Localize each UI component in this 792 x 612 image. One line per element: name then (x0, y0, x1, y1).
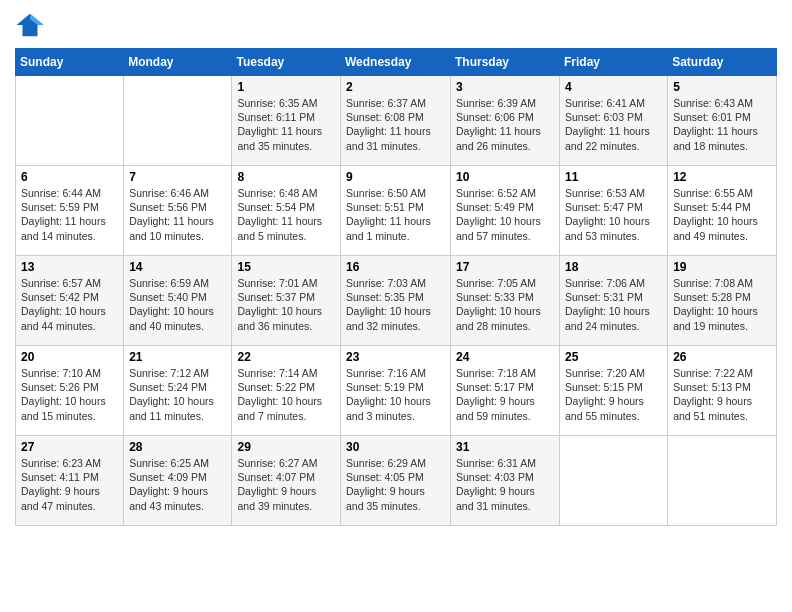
calendar-cell: 7Sunrise: 6:46 AMSunset: 5:56 PMDaylight… (124, 166, 232, 256)
day-number: 8 (237, 170, 335, 184)
day-info: Sunrise: 7:10 AMSunset: 5:26 PMDaylight:… (21, 366, 118, 423)
day-number: 12 (673, 170, 771, 184)
calendar-cell: 18Sunrise: 7:06 AMSunset: 5:31 PMDayligh… (560, 256, 668, 346)
calendar-cell: 22Sunrise: 7:14 AMSunset: 5:22 PMDayligh… (232, 346, 341, 436)
calendar-cell: 16Sunrise: 7:03 AMSunset: 5:35 PMDayligh… (341, 256, 451, 346)
day-number: 5 (673, 80, 771, 94)
day-info: Sunrise: 6:59 AMSunset: 5:40 PMDaylight:… (129, 276, 226, 333)
calendar-cell: 30Sunrise: 6:29 AMSunset: 4:05 PMDayligh… (341, 436, 451, 526)
day-number: 15 (237, 260, 335, 274)
col-header-thursday: Thursday (451, 49, 560, 76)
col-header-wednesday: Wednesday (341, 49, 451, 76)
week-row-3: 13Sunrise: 6:57 AMSunset: 5:42 PMDayligh… (16, 256, 777, 346)
day-info: Sunrise: 6:44 AMSunset: 5:59 PMDaylight:… (21, 186, 118, 243)
day-info: Sunrise: 7:01 AMSunset: 5:37 PMDaylight:… (237, 276, 335, 333)
day-number: 6 (21, 170, 118, 184)
logo-icon (15, 10, 45, 40)
calendar-cell: 3Sunrise: 6:39 AMSunset: 6:06 PMDaylight… (451, 76, 560, 166)
day-number: 13 (21, 260, 118, 274)
day-number: 3 (456, 80, 554, 94)
calendar-cell: 14Sunrise: 6:59 AMSunset: 5:40 PMDayligh… (124, 256, 232, 346)
day-info: Sunrise: 6:48 AMSunset: 5:54 PMDaylight:… (237, 186, 335, 243)
calendar-cell: 20Sunrise: 7:10 AMSunset: 5:26 PMDayligh… (16, 346, 124, 436)
day-number: 29 (237, 440, 335, 454)
day-info: Sunrise: 6:52 AMSunset: 5:49 PMDaylight:… (456, 186, 554, 243)
day-number: 16 (346, 260, 445, 274)
day-number: 25 (565, 350, 662, 364)
calendar-table: SundayMondayTuesdayWednesdayThursdayFrid… (15, 48, 777, 526)
day-info: Sunrise: 7:06 AMSunset: 5:31 PMDaylight:… (565, 276, 662, 333)
day-number: 21 (129, 350, 226, 364)
calendar-cell: 29Sunrise: 6:27 AMSunset: 4:07 PMDayligh… (232, 436, 341, 526)
day-number: 28 (129, 440, 226, 454)
calendar-cell: 8Sunrise: 6:48 AMSunset: 5:54 PMDaylight… (232, 166, 341, 256)
col-header-monday: Monday (124, 49, 232, 76)
day-number: 17 (456, 260, 554, 274)
day-info: Sunrise: 6:53 AMSunset: 5:47 PMDaylight:… (565, 186, 662, 243)
col-header-sunday: Sunday (16, 49, 124, 76)
day-number: 20 (21, 350, 118, 364)
calendar-cell: 2Sunrise: 6:37 AMSunset: 6:08 PMDaylight… (341, 76, 451, 166)
col-header-saturday: Saturday (668, 49, 777, 76)
day-info: Sunrise: 7:14 AMSunset: 5:22 PMDaylight:… (237, 366, 335, 423)
calendar-cell: 23Sunrise: 7:16 AMSunset: 5:19 PMDayligh… (341, 346, 451, 436)
day-info: Sunrise: 7:18 AMSunset: 5:17 PMDaylight:… (456, 366, 554, 423)
day-info: Sunrise: 7:08 AMSunset: 5:28 PMDaylight:… (673, 276, 771, 333)
calendar-cell: 11Sunrise: 6:53 AMSunset: 5:47 PMDayligh… (560, 166, 668, 256)
day-info: Sunrise: 6:50 AMSunset: 5:51 PMDaylight:… (346, 186, 445, 243)
col-header-friday: Friday (560, 49, 668, 76)
logo (15, 10, 49, 40)
day-number: 11 (565, 170, 662, 184)
calendar-cell (124, 76, 232, 166)
day-number: 18 (565, 260, 662, 274)
day-info: Sunrise: 6:27 AMSunset: 4:07 PMDaylight:… (237, 456, 335, 513)
calendar-cell: 10Sunrise: 6:52 AMSunset: 5:49 PMDayligh… (451, 166, 560, 256)
day-info: Sunrise: 6:41 AMSunset: 6:03 PMDaylight:… (565, 96, 662, 153)
day-number: 24 (456, 350, 554, 364)
day-info: Sunrise: 7:12 AMSunset: 5:24 PMDaylight:… (129, 366, 226, 423)
calendar-cell (560, 436, 668, 526)
day-number: 9 (346, 170, 445, 184)
calendar-cell: 26Sunrise: 7:22 AMSunset: 5:13 PMDayligh… (668, 346, 777, 436)
day-number: 26 (673, 350, 771, 364)
calendar-cell: 1Sunrise: 6:35 AMSunset: 6:11 PMDaylight… (232, 76, 341, 166)
calendar-cell: 5Sunrise: 6:43 AMSunset: 6:01 PMDaylight… (668, 76, 777, 166)
day-info: Sunrise: 6:29 AMSunset: 4:05 PMDaylight:… (346, 456, 445, 513)
week-row-1: 1Sunrise: 6:35 AMSunset: 6:11 PMDaylight… (16, 76, 777, 166)
day-number: 27 (21, 440, 118, 454)
calendar-cell (16, 76, 124, 166)
day-info: Sunrise: 6:46 AMSunset: 5:56 PMDaylight:… (129, 186, 226, 243)
calendar-cell: 13Sunrise: 6:57 AMSunset: 5:42 PMDayligh… (16, 256, 124, 346)
calendar-cell: 9Sunrise: 6:50 AMSunset: 5:51 PMDaylight… (341, 166, 451, 256)
calendar-cell: 4Sunrise: 6:41 AMSunset: 6:03 PMDaylight… (560, 76, 668, 166)
day-info: Sunrise: 6:55 AMSunset: 5:44 PMDaylight:… (673, 186, 771, 243)
calendar-cell: 31Sunrise: 6:31 AMSunset: 4:03 PMDayligh… (451, 436, 560, 526)
calendar-cell: 17Sunrise: 7:05 AMSunset: 5:33 PMDayligh… (451, 256, 560, 346)
calendar-cell: 21Sunrise: 7:12 AMSunset: 5:24 PMDayligh… (124, 346, 232, 436)
calendar-header-row: SundayMondayTuesdayWednesdayThursdayFrid… (16, 49, 777, 76)
day-number: 31 (456, 440, 554, 454)
day-info: Sunrise: 6:23 AMSunset: 4:11 PMDaylight:… (21, 456, 118, 513)
day-info: Sunrise: 6:57 AMSunset: 5:42 PMDaylight:… (21, 276, 118, 333)
day-number: 19 (673, 260, 771, 274)
day-info: Sunrise: 6:35 AMSunset: 6:11 PMDaylight:… (237, 96, 335, 153)
week-row-2: 6Sunrise: 6:44 AMSunset: 5:59 PMDaylight… (16, 166, 777, 256)
day-info: Sunrise: 7:03 AMSunset: 5:35 PMDaylight:… (346, 276, 445, 333)
day-info: Sunrise: 7:20 AMSunset: 5:15 PMDaylight:… (565, 366, 662, 423)
day-info: Sunrise: 7:05 AMSunset: 5:33 PMDaylight:… (456, 276, 554, 333)
col-header-tuesday: Tuesday (232, 49, 341, 76)
calendar-cell: 27Sunrise: 6:23 AMSunset: 4:11 PMDayligh… (16, 436, 124, 526)
day-info: Sunrise: 6:39 AMSunset: 6:06 PMDaylight:… (456, 96, 554, 153)
day-number: 4 (565, 80, 662, 94)
day-number: 7 (129, 170, 226, 184)
calendar-cell (668, 436, 777, 526)
day-info: Sunrise: 6:31 AMSunset: 4:03 PMDaylight:… (456, 456, 554, 513)
day-number: 14 (129, 260, 226, 274)
page-header (15, 10, 777, 40)
week-row-5: 27Sunrise: 6:23 AMSunset: 4:11 PMDayligh… (16, 436, 777, 526)
day-info: Sunrise: 6:37 AMSunset: 6:08 PMDaylight:… (346, 96, 445, 153)
calendar-cell: 12Sunrise: 6:55 AMSunset: 5:44 PMDayligh… (668, 166, 777, 256)
day-number: 2 (346, 80, 445, 94)
week-row-4: 20Sunrise: 7:10 AMSunset: 5:26 PMDayligh… (16, 346, 777, 436)
day-info: Sunrise: 7:22 AMSunset: 5:13 PMDaylight:… (673, 366, 771, 423)
